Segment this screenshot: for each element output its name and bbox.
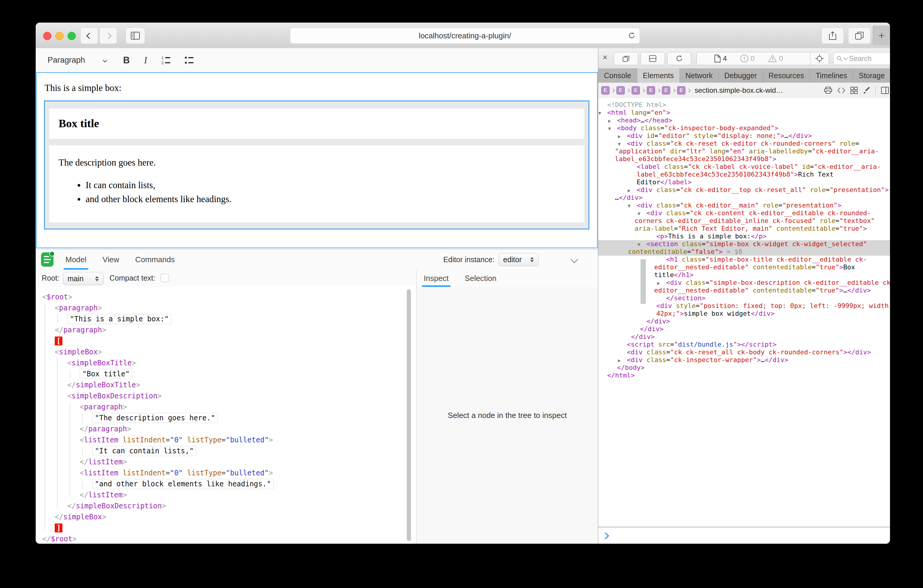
- element-badge[interactable]: E: [677, 86, 685, 95]
- code-line[interactable]: ▶<div class="ck ck-editor__top ck-reset_…: [598, 186, 890, 194]
- code-line[interactable]: <label class="ck ck-label ck-voice-label…: [598, 163, 890, 171]
- code-line[interactable]: <div class="ck ck-reset_all ck-body ck-r…: [598, 348, 890, 356]
- print-icon[interactable]: [824, 87, 832, 94]
- element-badge[interactable]: E: [662, 86, 670, 95]
- inspector-tab-view[interactable]: View: [103, 250, 119, 269]
- tab-overview-button[interactable]: [848, 27, 870, 44]
- simple-box-widget[interactable]: Box title The description goes here. It …: [44, 100, 590, 230]
- code-line[interactable]: 42px;">simple box widget</div>: [598, 310, 890, 317]
- devtools-tab-console[interactable]: Console: [598, 68, 637, 83]
- code-line[interactable]: "application" dir="ltr" lang="en" aria-l…: [598, 148, 890, 155]
- tree-line[interactable]: "It can contain lists,": [36, 446, 416, 457]
- code-line[interactable]: ▼<html lang="en">: [598, 109, 890, 117]
- code-line[interactable]: ▼<div class="ck ck-content ck-editor__ed…: [598, 209, 890, 217]
- layout-grid-icon[interactable]: [851, 87, 857, 94]
- italic-button[interactable]: I: [144, 55, 147, 66]
- tree-line[interactable]: </$root>: [36, 534, 416, 544]
- code-line[interactable]: </body>: [598, 364, 890, 371]
- code-line[interactable]: ▼<div class="ck ck-reset ck-editor ck-ro…: [598, 140, 890, 148]
- tree-line[interactable]: "and other block elements like headings.…: [36, 479, 416, 489]
- minimize-window-button[interactable]: [55, 32, 64, 40]
- reload-icon[interactable]: [628, 32, 636, 39]
- tree-line[interactable]: <simpleBoxTitle>: [36, 358, 416, 369]
- code-line[interactable]: …</div>: [598, 194, 890, 202]
- heading-dropdown[interactable]: Paragraph: [48, 56, 107, 65]
- back-button[interactable]: [80, 27, 98, 44]
- code-line[interactable]: editor__nested-editable" contenteditable…: [598, 287, 890, 294]
- tree-line[interactable]: <simpleBox>: [36, 347, 416, 358]
- code-line[interactable]: ▼<body class="ck-inspector-body-expanded…: [598, 124, 890, 132]
- close-window-button[interactable]: [43, 32, 51, 40]
- tree-line[interactable]: <simpleBoxDescription>: [36, 391, 416, 402]
- bullet-item[interactable]: It can contain lists,: [77, 180, 155, 191]
- devtools-tab-storage[interactable]: Storage: [853, 68, 890, 83]
- tree-line[interactable]: <$root>: [36, 292, 416, 302]
- devtools-tab-debugger[interactable]: Debugger: [719, 68, 763, 83]
- code-line[interactable]: <div style="position: fixed; top: 0px; l…: [598, 302, 890, 310]
- tree-line[interactable]: <listItem listIndent="0" listType="bulle…: [36, 435, 416, 446]
- element-badge[interactable]: E: [601, 86, 609, 95]
- compact-text-checkbox[interactable]: [161, 274, 169, 282]
- inspector-tab-model[interactable]: Model: [66, 250, 87, 269]
- code-line[interactable]: ▶<head>…</head>: [598, 117, 890, 124]
- inspector-tab-commands[interactable]: Commands: [135, 250, 175, 269]
- element-badge[interactable]: E: [647, 86, 655, 95]
- disclosure-closed-icon[interactable]: ▶: [657, 279, 666, 287]
- numbered-list-button[interactable]: 12: [161, 55, 174, 66]
- tree-line[interactable]: [: [36, 336, 416, 347]
- code-line[interactable]: </html>: [598, 371, 890, 379]
- code-line[interactable]: label_e63cbbfece34c53ce23501062343f49b8"…: [598, 171, 890, 178]
- element-badge[interactable]: E: [616, 86, 625, 95]
- code-line[interactable]: ▼<div class="ck ck-editor__main" role="p…: [598, 202, 890, 209]
- reload-page-button[interactable]: [667, 52, 691, 65]
- code-line[interactable]: <!DOCTYPE html>: [598, 101, 890, 109]
- code-line[interactable]: editor__nested-editable" contenteditable…: [598, 263, 890, 271]
- editor-instance-select[interactable]: editor: [499, 253, 539, 266]
- devtools-tab-resources[interactable]: Resources: [763, 68, 810, 83]
- disclosure-open-icon[interactable]: ▼: [608, 125, 617, 133]
- tree-line[interactable]: "This is a simple box:": [36, 314, 416, 325]
- disclosure-open-icon[interactable]: ▼: [637, 241, 647, 248]
- code-line[interactable]: </div>: [598, 325, 890, 333]
- new-tab-button[interactable]: +: [873, 26, 890, 45]
- code-line[interactable]: <p>This is a simple box:</p>: [598, 232, 890, 240]
- element-badge[interactable]: E: [632, 86, 640, 95]
- tree-line[interactable]: </paragraph>: [36, 325, 416, 336]
- tree-line[interactable]: "Box title": [36, 369, 416, 379]
- tree-line[interactable]: </simpleBoxTitle>: [36, 379, 416, 391]
- disclosure-closed-icon[interactable]: ▶: [618, 133, 627, 140]
- search-options-icon[interactable]: [844, 56, 848, 60]
- bullet-item[interactable]: and other block elements like headings.: [77, 194, 232, 205]
- side-tab-selection[interactable]: Selection: [465, 269, 497, 287]
- code-line[interactable]: ▶<div class="ck-inspector-wrapper">…</di…: [598, 356, 890, 364]
- simple-box-title-area[interactable]: Box title: [49, 108, 584, 139]
- disclosure-closed-icon[interactable]: ▶: [628, 187, 637, 194]
- code-line[interactable]: aria-label="Rich Text Editor, main" cont…: [598, 225, 890, 232]
- code-line[interactable]: </div>: [598, 333, 890, 341]
- code-line[interactable]: <script src="dist/bundle.js"></script>: [598, 341, 890, 348]
- devtools-tab-network[interactable]: Network: [680, 68, 719, 83]
- devtools-search-input[interactable]: Search: [833, 52, 890, 65]
- intro-paragraph[interactable]: This is a simple box:: [44, 83, 122, 94]
- console-prompt[interactable]: [598, 527, 890, 544]
- forward-button[interactable]: [99, 27, 117, 44]
- description-paragraph[interactable]: The description goes here.: [59, 157, 156, 168]
- devtools-tab-elements[interactable]: Elements: [637, 68, 680, 83]
- collapse-inspector-icon[interactable]: [570, 255, 578, 263]
- code-line[interactable]: <h1 class="simple-box-title ck-editor__e…: [598, 256, 890, 263]
- share-button[interactable]: [821, 27, 844, 44]
- dock-side-button[interactable]: [641, 52, 665, 65]
- code-line[interactable]: ▶<div id="editor" style="display: none;"…: [598, 132, 890, 140]
- tree-line[interactable]: <paragraph>: [36, 302, 416, 314]
- close-devtools-button[interactable]: ×: [603, 52, 608, 62]
- code-line[interactable]: ▼<section class="simple-box ck-widget ck…: [598, 240, 890, 248]
- code-line[interactable]: </div>: [598, 317, 890, 325]
- tree-line[interactable]: </paragraph>: [36, 424, 416, 435]
- tree-line[interactable]: </listItem>: [36, 489, 416, 501]
- styles-brush-icon[interactable]: [863, 87, 870, 94]
- tree-line[interactable]: "The description goes here.": [36, 412, 416, 424]
- sidebar-toggle-button[interactable]: [125, 27, 145, 44]
- simple-box-title[interactable]: Box title: [59, 117, 99, 130]
- code-line[interactable]: contenteditable="false"> = $0: [598, 248, 890, 256]
- disclosure-open-icon[interactable]: ▼: [618, 140, 627, 148]
